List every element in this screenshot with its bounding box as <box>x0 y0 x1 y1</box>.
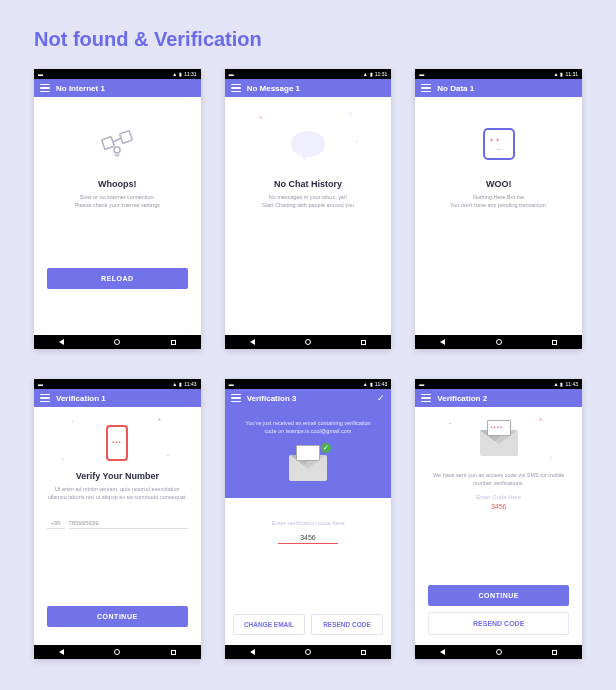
verify-sub: You've just received an email containing… <box>225 419 392 436</box>
continue-button[interactable]: CONTINUE <box>428 585 570 606</box>
reload-button[interactable]: RELOAD <box>47 268 189 289</box>
nav-home-icon[interactable] <box>114 649 120 655</box>
phone-number-input[interactable]: 785995939 <box>69 518 189 529</box>
nav-back-icon[interactable] <box>59 649 64 655</box>
lower-panel: Enter verification code here 3456 CHANGE… <box>225 498 392 646</box>
check-icon[interactable]: ✓ <box>377 393 385 403</box>
android-navbar <box>415 645 582 659</box>
nav-home-icon[interactable] <box>496 649 502 655</box>
svg-line-2 <box>113 138 121 142</box>
envelope-code-icon <box>469 423 529 463</box>
statusbar: ▬ ▲▮11:31 <box>34 69 201 79</box>
screen-verification-1: ▬ ▲▮11:43 Verification 1 • ✦ • • Verify … <box>34 379 201 659</box>
appbar-title: Verification 1 <box>56 394 106 403</box>
menu-icon[interactable] <box>421 84 431 92</box>
title-row: Not found & Verification <box>0 20 616 69</box>
appbar: No Data 1 <box>415 79 582 97</box>
menu-icon[interactable] <box>40 84 50 92</box>
appbar-title: Verification 3 <box>247 394 297 403</box>
phone-icon <box>87 421 147 465</box>
svg-rect-0 <box>102 137 115 150</box>
empty-sub: Slow or no internet connection.Please ch… <box>63 193 172 210</box>
phone-input-row: +95 785995939 <box>47 518 189 529</box>
nav-back-icon[interactable] <box>440 339 445 345</box>
nav-home-icon[interactable] <box>114 339 120 345</box>
appbar: No Internet 1 <box>34 79 201 97</box>
menu-icon[interactable] <box>421 394 431 402</box>
change-email-button[interactable]: CHANGE EMAIL <box>233 614 305 635</box>
appbar-title: Verification 2 <box>437 394 487 403</box>
screen-no-message: ▬ ▲▮11:31 No Message 1 ✦ • • No Chat His… <box>225 69 392 349</box>
android-navbar <box>34 335 201 349</box>
nav-back-icon[interactable] <box>250 649 255 655</box>
screen-no-data: ▬ ▲▮11:31 No Data 1 WOO! Nothing Here.Bu… <box>415 69 582 349</box>
verification-code-input[interactable]: 3456 <box>491 503 507 510</box>
nav-recent-icon[interactable] <box>552 650 557 655</box>
screen-verification-2: ▬ ▲▮11:43 Verification 2 • ✦ • We have s… <box>415 379 582 659</box>
status-time: 11:31 <box>184 71 197 77</box>
nav-home-icon[interactable] <box>305 339 311 345</box>
appbar-title: No Internet 1 <box>56 84 105 93</box>
nav-recent-icon[interactable] <box>171 340 176 345</box>
android-navbar <box>225 335 392 349</box>
nav-back-icon[interactable] <box>59 339 64 345</box>
content-area: You've just received an email containing… <box>225 407 392 645</box>
showcase-canvas: Not found & Verification ▬ ▲▮11:31 No In… <box>0 0 616 689</box>
appbar: Verification 3 ✓ <box>225 389 392 407</box>
verify-heading: Verify Your Number <box>76 471 159 481</box>
empty-heading: No Chat History <box>274 179 342 189</box>
code-input-label: Enter Code Here <box>476 494 521 500</box>
resend-code-button[interactable]: RESEND CODE <box>428 612 570 635</box>
empty-heading: Whoops! <box>98 179 137 189</box>
content-area: • ✦ • • Verify Your Number Ut enim ad mi… <box>34 407 201 645</box>
nav-back-icon[interactable] <box>250 339 255 345</box>
screens-grid: ▬ ▲▮11:31 No Internet 1 Whoops! Slow or … <box>0 69 616 659</box>
appbar: Verification 2 <box>415 389 582 407</box>
face-box-icon <box>469 119 529 169</box>
empty-sub: Nothing Here.But meYou don't have any pe… <box>438 193 559 210</box>
country-code-input[interactable]: +95 <box>47 518 65 529</box>
statusbar: ▬ ▲▮11:43 <box>415 379 582 389</box>
nav-recent-icon[interactable] <box>361 650 366 655</box>
nav-back-icon[interactable] <box>440 649 445 655</box>
envelope-check-icon: ✓ <box>278 448 338 488</box>
statusbar: ▬ ▲▮11:31 <box>415 69 582 79</box>
button-row: CHANGE EMAIL RESEND CODE <box>233 614 383 635</box>
verification-code-input[interactable]: 3456 <box>278 532 338 544</box>
menu-icon[interactable] <box>231 84 241 92</box>
android-navbar <box>34 645 201 659</box>
satellite-icon <box>87 119 147 169</box>
android-navbar <box>415 335 582 349</box>
content-area: Whoops! Slow or no internet connection.P… <box>34 97 201 335</box>
android-navbar <box>225 645 392 659</box>
statusbar: ▬ ▲▮11:43 <box>34 379 201 389</box>
nav-home-icon[interactable] <box>305 649 311 655</box>
nav-recent-icon[interactable] <box>552 340 557 345</box>
content-area: ✦ • • No Chat History No messages in you… <box>225 97 392 335</box>
continue-button[interactable]: CONTINUE <box>47 606 189 627</box>
verify-sub: We have sent you an access code via SMS … <box>415 471 582 488</box>
nav-recent-icon[interactable] <box>361 340 366 345</box>
empty-sub: No messages in your inbox, yet!Start Cha… <box>250 193 366 210</box>
code-input-label: Enter verification code here <box>271 520 344 526</box>
statusbar: ▬ ▲▮11:43 <box>225 379 392 389</box>
empty-heading: WOO! <box>486 179 512 189</box>
content-area: • ✦ • We have sent you an access code vi… <box>415 407 582 645</box>
screen-verification-3: ▬ ▲▮11:43 Verification 3 ✓ You've just r… <box>225 379 392 659</box>
screen-no-internet: ▬ ▲▮11:31 No Internet 1 Whoops! Slow or … <box>34 69 201 349</box>
svg-point-3 <box>114 147 120 153</box>
appbar: No Message 1 <box>225 79 392 97</box>
appbar: Verification 1 <box>34 389 201 407</box>
appbar-title: No Message 1 <box>247 84 300 93</box>
menu-icon[interactable] <box>231 394 241 402</box>
verify-sub: Ut enim ad minim veniam, quis nostrud ex… <box>34 485 201 502</box>
nav-recent-icon[interactable] <box>171 650 176 655</box>
chat-bubble-icon <box>278 119 338 169</box>
appbar-title: No Data 1 <box>437 84 474 93</box>
svg-rect-1 <box>120 131 133 144</box>
page-heading: Not found & Verification <box>34 28 616 51</box>
menu-icon[interactable] <box>40 394 50 402</box>
resend-code-button[interactable]: RESEND CODE <box>311 614 383 635</box>
nav-home-icon[interactable] <box>496 339 502 345</box>
statusbar: ▬ ▲▮11:31 <box>225 69 392 79</box>
